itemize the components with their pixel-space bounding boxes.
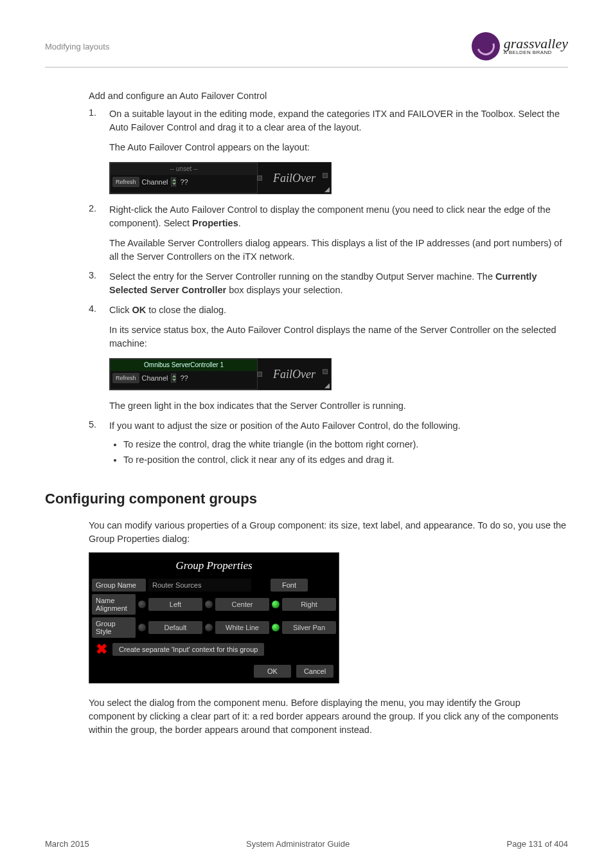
step-2-text: Right-click the Auto Failover Control to… [109, 203, 568, 230]
dialog-title: Group Properties [92, 556, 336, 579]
channel-stepper[interactable] [171, 177, 176, 186]
group-name-label: Group Name [92, 579, 146, 592]
close-icon[interactable]: ✖ [96, 645, 107, 654]
step-4: Click OK to close the dialog. In its ser… [89, 303, 568, 413]
logo-text-main: grassvalley [504, 37, 568, 50]
step-5-bullet-resize: To resize the control, drag the white tr… [123, 439, 568, 449]
font-button[interactable]: Font [271, 579, 308, 592]
step-1-text: On a suitable layout in the editing mode… [109, 107, 568, 134]
status-led-icon [323, 369, 328, 374]
align-center-radio[interactable]: Center [205, 598, 269, 611]
channel-stepper[interactable] [171, 374, 176, 383]
brand-logo: grassvalley A BELDEN BRAND [472, 32, 568, 60]
step-4-text: Click OK to close the dialog. [109, 303, 568, 317]
step-5-bullet-reposition: To re-position the control, click it nea… [123, 455, 568, 465]
input-context-checkbox-label[interactable]: Create separate 'Input' context for this… [112, 643, 264, 656]
logo-text-sub: A BELDEN BRAND [504, 50, 568, 55]
failover-status-unset: -- unset -- [111, 163, 257, 175]
group-name-field[interactable]: Router Sources [148, 579, 251, 592]
status-led-icon [257, 176, 262, 181]
align-right-radio[interactable]: Right [272, 598, 336, 611]
header-section-label: Modifying layouts [45, 42, 109, 51]
style-white-line-radio[interactable]: White Line [205, 621, 269, 634]
step-2: Right-click the Auto Failover Control to… [89, 203, 568, 264]
page-footer: March 2015 System Administrator Guide Pa… [45, 839, 568, 849]
step-1: On a suitable layout in the editing mode… [89, 107, 568, 194]
channel-value: ?? [181, 178, 188, 186]
footer-doc-title: System Administrator Guide [246, 839, 350, 849]
footer-date: March 2015 [45, 839, 89, 849]
status-led-icon [323, 173, 328, 178]
channel-label: Channel [142, 178, 168, 186]
resize-handle-icon[interactable] [324, 383, 330, 388]
procedure-title: Add and configure an Auto Failover Contr… [89, 91, 568, 101]
section2-intro: You can modify various properties of a G… [89, 519, 568, 546]
cancel-button[interactable]: Cancel [296, 665, 333, 678]
page-header: Modifying layouts grassvalley A BELDEN B… [45, 32, 568, 68]
group-style-label: Group Style [92, 617, 136, 638]
step-1-result: The Auto Failover Control appears on the… [109, 141, 568, 154]
step-4-note: The green light in the box indicates tha… [109, 399, 568, 413]
failover-status-connected: Omnibus ServerController 1 [111, 359, 257, 371]
step-5-text: If you want to adjust the size or positi… [109, 419, 568, 433]
ok-button[interactable]: OK [254, 665, 291, 678]
channel-label: Channel [142, 374, 168, 382]
section2-outro: You select the dialog from the component… [89, 696, 568, 737]
style-silver-pan-radio[interactable]: Silver Pan [272, 621, 336, 634]
failover-label: FailOver [273, 368, 315, 381]
refresh-button[interactable]: Refresh [112, 373, 139, 383]
status-led-icon [257, 372, 262, 377]
failover-control-unset: -- unset -- Refresh Channel ?? FailOver [109, 162, 332, 194]
channel-value: ?? [181, 374, 188, 382]
step-4-result: In its service status box, the Auto Fail… [109, 323, 568, 350]
step-3: Select the entry for the Server Controll… [89, 270, 568, 297]
section-heading-configuring-groups: Configuring component groups [45, 491, 568, 507]
group-properties-dialog: Group Properties Group Name Router Sourc… [89, 552, 339, 683]
logo-mark-icon [472, 32, 500, 60]
step-5: If you want to adjust the size or positi… [89, 419, 568, 465]
style-default-radio[interactable]: Default [138, 621, 202, 634]
resize-handle-icon[interactable] [324, 187, 330, 192]
failover-control-connected: Omnibus ServerController 1 Refresh Chann… [109, 358, 332, 390]
step-2-result: The Available Server Controllers dialog … [109, 237, 568, 264]
refresh-button[interactable]: Refresh [112, 177, 139, 187]
step-3-text: Select the entry for the Server Controll… [109, 270, 568, 297]
name-alignment-label: Name Alignment [92, 594, 136, 615]
footer-page-number: Page 131 of 404 [507, 839, 568, 849]
align-left-radio[interactable]: Left [138, 598, 202, 611]
failover-label: FailOver [273, 172, 315, 185]
